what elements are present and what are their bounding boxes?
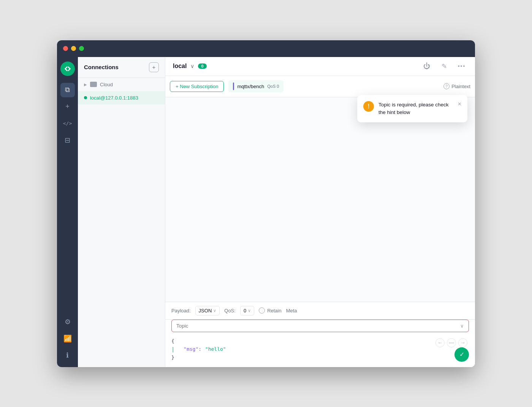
header-left: local ∨ 0 [173,63,207,70]
code-editor-area: { | "msg": "hello" } ← — [165,334,475,367]
header-right: ⏻ ✎ ••• [421,60,467,72]
connections-panel: Connections + ▶ Cloud local@127.0.0.1:18… [78,57,165,367]
content-area: local ∨ 0 ⏻ ✎ ••• + N [165,57,475,367]
maximize-button[interactable] [79,46,84,51]
sidebar-item-settings[interactable]: ⚙ [60,315,75,329]
send-button[interactable]: ✓ [454,347,469,362]
open-brace: { [171,337,174,345]
minimize-button[interactable] [71,46,76,51]
retain-circle-icon [259,307,265,314]
chevron-down-icon: ∨ [248,308,251,313]
close-button[interactable] [63,46,68,51]
connection-name: local [173,63,187,70]
bottom-toolbar: Payload: JSON ∨ QoS: 0 ∨ Retain Meta [165,302,475,320]
edit-button[interactable]: ✎ [439,60,450,72]
warning-icon: ! [363,101,374,112]
send-icon: ✓ [459,351,464,358]
forward-button[interactable]: → [458,338,467,347]
settings-icon: ⚙ [65,318,71,326]
payload-format-value: JSON [199,308,212,314]
content-header: local ∨ 0 ⏻ ✎ ••• [165,57,475,76]
code-action-buttons: ← — → [435,338,467,347]
help-circle-icon: ? [443,83,450,89]
schema-icon: ⊟ [65,136,70,144]
subscription-topic-label: mqttx/bench [237,84,264,89]
code-value-hello: "hello" [202,345,226,353]
code-line-1: { [171,337,469,345]
traffic-lights [63,46,84,51]
connection-item-label: local@127.0.0.1:1883 [90,95,138,101]
sidebar-item-script[interactable]: </> [60,116,75,131]
subscribe-icon: 📶 [63,334,72,343]
plaintext-label: Plaintext [451,84,470,89]
code-key-msg: "msg": [177,345,201,353]
sidebar: ⧉ + </> ⊟ ⚙ 📶 ℹ [57,57,78,367]
connection-status-dot [84,96,87,99]
folder-icon [90,82,97,87]
payload-format-select[interactable]: JSON ∨ [195,306,220,315]
sidebar-item-info[interactable]: ℹ [60,348,75,363]
tooltip-message: Topic is required, please check the hint… [378,101,453,117]
power-button[interactable]: ⏻ [421,60,432,72]
subscription-qos-badge: QoS 0 [267,84,279,89]
connections-header: Connections + [78,57,165,78]
logo-icon [63,65,72,73]
meta-button[interactable]: Meta [286,308,297,314]
topic-row: ∨ [165,320,475,334]
edit-icon: ✎ [442,62,447,70]
main-content-area [165,97,475,302]
new-subscription-button[interactable]: + New Subscription [170,81,224,92]
add-icon: + [65,103,70,111]
group-label: Cloud [100,82,113,87]
code-line-2: | "msg": "hello" [171,345,469,353]
subscription-color-indicator [233,82,234,90]
back-button[interactable]: ← [435,338,445,347]
app-window: ⧉ + </> ⊟ ⚙ 📶 ℹ Connec [57,40,475,367]
sidebar-item-add[interactable]: + [60,100,75,114]
power-icon: ⏻ [423,62,430,70]
info-icon: ℹ [66,351,69,359]
subscriptions-row: + New Subscription mqttx/bench QoS 0 ? P… [165,76,475,97]
chevron-right-icon: ▶ [84,82,87,87]
connections-title: Connections [84,64,119,70]
chevron-down-icon[interactable]: ∨ [190,63,194,69]
more-icon: ••• [458,63,466,69]
sidebar-item-schema[interactable]: ⊟ [60,133,75,147]
subscription-item-mqttx-bench[interactable]: mqttx/bench QoS 0 [228,80,283,92]
code-line-3: } [171,354,469,362]
bottom-panel: Payload: JSON ∨ QoS: 0 ∨ Retain Meta [165,302,475,367]
pipe-indicator: | [171,345,174,353]
app-logo[interactable] [60,62,75,76]
main-layout: ⧉ + </> ⊟ ⚙ 📶 ℹ Connec [57,57,475,367]
connections-icon: ⧉ [65,86,70,94]
message-count-badge: 0 [198,63,206,69]
payload-label: Payload: [171,308,191,314]
qos-label: QoS: [224,308,236,314]
code-block: { | "msg": "hello" } [171,337,469,362]
chevron-down-icon: ∨ [213,308,216,313]
connection-item-local[interactable]: local@127.0.0.1:1883 [78,91,165,105]
qos-select[interactable]: 0 ∨ [240,306,254,315]
more-button[interactable]: ••• [456,60,467,72]
retain-toggle[interactable]: Retain [259,307,282,314]
sidebar-item-subscribe[interactable]: 📶 [60,331,75,346]
close-brace: } [171,354,174,362]
retain-label: Retain [267,308,282,314]
error-tooltip: ! Topic is required, please check the hi… [357,95,467,123]
topic-input[interactable] [176,323,460,329]
topic-chevron-down-icon[interactable]: ∨ [460,323,464,329]
qos-value: 0 [244,308,246,314]
topic-input-wrap: ∨ [171,320,469,332]
script-icon: </> [63,120,72,126]
sidebar-item-connections[interactable]: ⧉ [60,83,75,97]
add-connection-button[interactable]: + [149,62,159,72]
plaintext-button[interactable]: ? Plaintext [443,83,470,89]
tooltip-close-button[interactable]: × [458,101,461,107]
connection-group-cloud[interactable]: ▶ Cloud [78,78,165,91]
title-bar [57,40,475,57]
clear-button[interactable]: — [447,338,456,347]
